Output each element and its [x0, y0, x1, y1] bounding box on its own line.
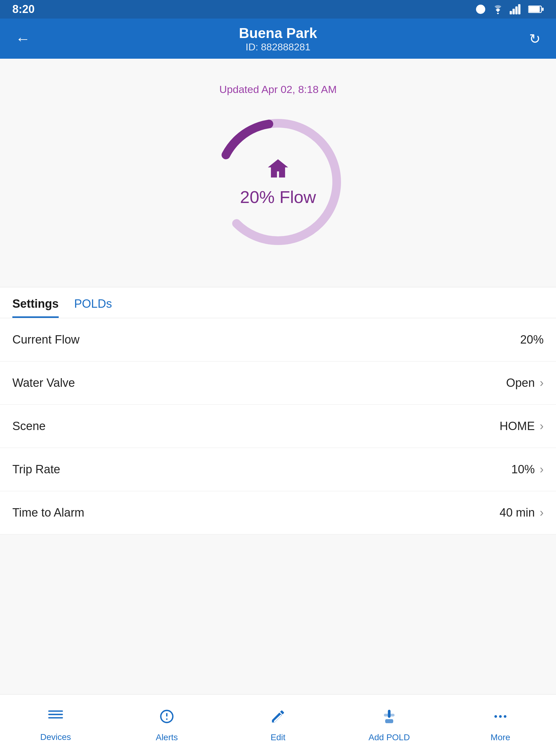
flow-text: 20% Flow — [240, 187, 316, 207]
svg-rect-1 — [510, 11, 512, 14]
svg-rect-14 — [388, 710, 391, 718]
signal-icon — [510, 4, 523, 15]
svg-rect-3 — [515, 6, 517, 14]
alerts-label: Alerts — [156, 732, 178, 743]
edit-icon — [270, 709, 286, 728]
notification-icon — [475, 4, 486, 15]
svg-rect-16 — [385, 719, 393, 723]
more-icon — [492, 709, 509, 728]
water-valve-value: Open › — [506, 376, 544, 389]
home-icon — [266, 157, 290, 184]
svg-rect-15 — [384, 714, 395, 717]
svg-rect-2 — [513, 9, 515, 14]
battery-icon — [528, 5, 544, 14]
chevron-right-icon: › — [540, 463, 544, 476]
gauge-center: 20% Flow — [240, 157, 316, 207]
settings-row-trip-rate[interactable]: Trip Rate 10% › — [0, 448, 556, 491]
current-flow-label: Current Flow — [12, 333, 80, 346]
bottom-nav: Devices Alerts Edit Add POLD — [0, 694, 556, 756]
alerts-icon — [159, 709, 175, 728]
more-label: More — [490, 732, 510, 743]
edit-label: Edit — [271, 732, 285, 743]
time-to-alarm-value: 40 min › — [499, 506, 544, 519]
status-time: 8:20 — [12, 3, 35, 16]
tabs-header: Settings POLDs — [0, 287, 556, 318]
settings-row-time-to-alarm[interactable]: Time to Alarm 40 min › — [0, 491, 556, 535]
svg-rect-10 — [48, 710, 63, 712]
settings-row-water-valve[interactable]: Water Valve Open › — [0, 362, 556, 405]
nav-edit[interactable]: Edit — [222, 709, 334, 743]
svg-rect-12 — [48, 717, 63, 718]
flow-gauge: 20% Flow — [204, 108, 352, 256]
scene-value: HOME › — [499, 419, 544, 433]
svg-point-0 — [476, 5, 485, 14]
refresh-button[interactable]: ↻ — [529, 31, 541, 47]
svg-rect-7 — [542, 8, 544, 11]
add-pold-label: Add POLD — [369, 732, 410, 743]
current-flow-value: 20% — [520, 333, 544, 346]
chevron-right-icon: › — [540, 506, 544, 519]
header: ← Buena Park ID: 882888281 ↻ — [0, 19, 556, 59]
nav-add-pold[interactable]: Add POLD — [334, 709, 445, 743]
add-pold-icon — [381, 709, 397, 728]
nav-devices[interactable]: Devices — [0, 709, 111, 742]
scene-label: Scene — [12, 419, 46, 433]
svg-point-19 — [504, 715, 507, 718]
tab-polds[interactable]: POLDs — [74, 291, 121, 318]
updated-timestamp: Updated Apr 02, 8:18 AM — [219, 83, 337, 96]
settings-list: Current Flow 20% Water Valve Open › Scen… — [0, 318, 556, 535]
back-button[interactable]: ← — [15, 30, 30, 47]
tab-settings[interactable]: Settings — [12, 291, 68, 318]
location-id: ID: 882888281 — [239, 41, 317, 53]
tabs-section: Settings POLDs Current Flow 20% Water Va… — [0, 287, 556, 535]
nav-more[interactable]: More — [445, 709, 556, 743]
status-icons — [475, 4, 544, 15]
chevron-right-icon: › — [540, 376, 544, 389]
settings-row-scene[interactable]: Scene HOME › — [0, 405, 556, 448]
settings-row-current-flow: Current Flow 20% — [0, 318, 556, 362]
main-content: Updated Apr 02, 8:18 AM 20% Flow Setting… — [0, 59, 556, 694]
svg-rect-11 — [48, 714, 63, 715]
nav-alerts[interactable]: Alerts — [111, 709, 222, 743]
wifi-icon — [491, 4, 505, 15]
status-bar: 8:20 — [0, 0, 556, 19]
chevron-right-icon: › — [540, 419, 544, 433]
svg-point-18 — [499, 715, 502, 718]
devices-label: Devices — [40, 732, 71, 742]
header-title: Buena Park ID: 882888281 — [239, 25, 317, 53]
svg-point-17 — [494, 715, 497, 718]
devices-icon — [47, 709, 64, 728]
water-valve-label: Water Valve — [12, 376, 75, 389]
trip-rate-label: Trip Rate — [12, 463, 60, 476]
svg-rect-4 — [518, 4, 520, 14]
location-name: Buena Park — [239, 25, 317, 41]
time-to-alarm-label: Time to Alarm — [12, 506, 84, 519]
svg-rect-6 — [529, 6, 540, 12]
trip-rate-value: 10% › — [511, 463, 544, 476]
